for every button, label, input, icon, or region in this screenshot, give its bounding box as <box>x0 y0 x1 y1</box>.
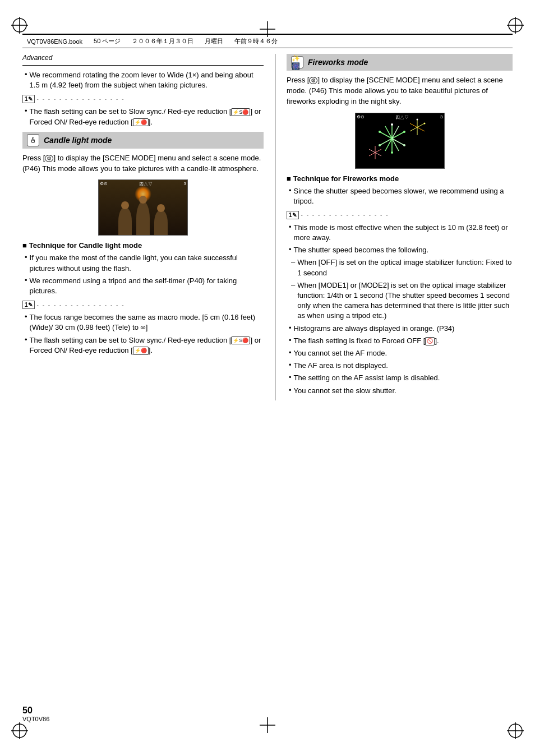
figure-3 <box>154 210 168 235</box>
top-divider <box>22 65 264 66</box>
top-center-mark <box>260 21 275 39</box>
note-row-1: 1✎ - - - - - - - - - - - - - - - - <box>22 95 264 103</box>
left-column: Advanced • We recommend rotating the zoo… <box>22 54 264 400</box>
fw-sub-1: – When [OFF] is set on the optical image… <box>287 257 513 278</box>
fw-overlay-left: ⚙⊙ <box>357 114 365 121</box>
page-code: VQT0V86 <box>22 716 49 722</box>
note-bullet-1: • The flash setting can be set to Slow s… <box>22 107 264 127</box>
flash-sym-3: ⚡S🔴 <box>231 336 250 345</box>
fireworks-camera-image: ⚙⊙ 四△▽ 3 <box>355 113 445 169</box>
fw-note-5: • You cannot set the AF mode. <box>287 348 513 358</box>
svg-point-22 <box>391 123 393 126</box>
candle-tech-2: • We recommend using a tripod and the se… <box>22 276 264 296</box>
header-day-jp: 月曜日 <box>205 37 223 45</box>
svg-point-23 <box>403 131 405 133</box>
candle-section-title: 🕯 Candle light mode <box>22 132 264 149</box>
fw-note-2: • The shutter speed becomes the followin… <box>287 245 513 255</box>
fireworks-section-title: ✨🎆 Fireworks mode <box>287 54 513 71</box>
svg-line-40 <box>369 153 375 156</box>
note-row-3: 1✎ - - - - - - - - - - - - - - - - <box>287 211 513 219</box>
fw-overlay-right: 3 <box>440 114 442 121</box>
candle-tech-1: • If you make the most of the candle lig… <box>22 253 264 273</box>
note-dashes-3: - - - - - - - - - - - - - - - - <box>301 212 389 218</box>
figure-2 <box>136 201 150 235</box>
svg-line-37 <box>375 149 381 153</box>
note-dashes-1: - - - - - - - - - - - - - - - - <box>37 96 125 102</box>
note-dashes-2: - - - - - - - - - - - - - - - - <box>37 302 125 308</box>
svg-point-25 <box>391 151 393 154</box>
candle-technique-label: Technique for Candle light mode <box>29 241 142 250</box>
fw-note-1: • This mode is most effective when the s… <box>287 223 513 243</box>
corner-mark-tl <box>11 17 28 34</box>
note-row-2: 1✎ - - - - - - - - - - - - - - - - <box>22 301 264 309</box>
flash-sym-1: ⚡S🔴 <box>231 108 250 117</box>
svg-point-35 <box>423 122 425 124</box>
svg-line-32 <box>410 127 417 131</box>
header-book: VQT0V86ENG.book <box>27 38 82 45</box>
candle-icon: 🕯 <box>27 134 39 146</box>
svg-line-38 <box>375 153 381 156</box>
note-box-2: 1✎ - - - - - - - - - - - - - - - - • The… <box>22 301 264 356</box>
content-area: Advanced • We recommend rotating the zoo… <box>22 54 513 400</box>
note-icon-2: 1✎ <box>22 301 35 309</box>
figure-1 <box>118 207 132 235</box>
candle-inner: ⚙⊙ 四△▽ 3 <box>99 180 187 235</box>
fw-note-6: • The AF area is not displayed. <box>287 361 513 371</box>
candle-intro: Press [⚙] to display the [SCENE MODE] me… <box>22 153 264 174</box>
fireworks-intro: Press [⚙] to display the [SCENE MODE] me… <box>287 75 513 107</box>
scene-btn-icon-2: ⚙ <box>309 77 317 84</box>
fireworks-svg <box>367 116 434 164</box>
scene-btn-icon: ⚙ <box>45 155 53 162</box>
svg-point-34 <box>416 118 418 120</box>
fireworks-title: Fireworks mode <box>308 58 368 67</box>
intro-bullet-text: We recommend rotating the zoom lever to … <box>30 70 264 90</box>
fw-note-8: • You cannot set the slow shutter. <box>287 386 513 396</box>
fireworks-technique-label: Technique for Fireworks mode <box>293 174 399 183</box>
candle-technique-heading: Technique for Candle light mode <box>22 241 264 250</box>
note-icon-1: 1✎ <box>22 95 35 103</box>
flash-sym-5: 🚫 <box>425 337 435 345</box>
header-page-jp: 50 ページ <box>94 37 121 45</box>
fw-note-4: • The flash setting is fixed to Forced O… <box>287 336 513 346</box>
svg-line-33 <box>410 123 417 127</box>
fireworks-technique-heading: Technique for Fireworks mode <box>287 174 513 183</box>
candle-title: Candle light mode <box>44 136 112 145</box>
fireworks-inner: ⚙⊙ 四△▽ 3 <box>356 113 444 168</box>
candle-figures <box>104 196 182 235</box>
corner-mark-tr <box>507 17 524 34</box>
fw-sub-2: – When [MODE1] or [MODE2] is set on the … <box>287 280 513 321</box>
intro-bullet-1: • We recommend rotating the zoom lever t… <box>22 70 264 90</box>
svg-line-29 <box>417 123 425 127</box>
note-box-1: 1✎ - - - - - - - - - - - - - - - - • The… <box>22 95 264 127</box>
corner-mark-br <box>507 722 524 739</box>
note-icon-3: 1✎ <box>287 211 299 219</box>
flash-sym-4: ⚡🔴 <box>133 347 149 355</box>
svg-line-41 <box>369 149 375 153</box>
col-divider <box>275 54 275 400</box>
svg-point-26 <box>379 144 381 146</box>
bottom-center-mark <box>260 717 275 735</box>
note-box-3: 1✎ - - - - - - - - - - - - - - - - • Thi… <box>287 211 513 396</box>
header-date-jp: ２００６年１月３０日 <box>132 37 193 45</box>
fw-note-3: • Histograms are always displayed in ora… <box>287 324 513 334</box>
right-column: ✨🎆 Fireworks mode Press [⚙] to display t… <box>287 54 513 400</box>
corner-mark-bl <box>11 722 28 739</box>
page-number: 50 <box>22 706 49 716</box>
fw-note-7: • The setting on the AF assist lamp is d… <box>287 373 513 383</box>
note-bullet-2b: • The flash setting can be set to Slow s… <box>22 335 264 356</box>
fireworks-tech-1: • Since the shutter speed becomes slower… <box>287 186 513 206</box>
bullet-symbol: • <box>25 70 27 90</box>
fireworks-icon: ✨🎆 <box>291 56 303 68</box>
candle-camera-image: ⚙⊙ 四△▽ 3 <box>98 179 188 236</box>
svg-point-24 <box>403 144 405 146</box>
flash-sym-2: ⚡🔴 <box>133 118 149 127</box>
svg-line-30 <box>417 127 425 131</box>
cam-overlay-left: ⚙⊙ <box>100 181 108 187</box>
advanced-label: Advanced <box>22 54 264 62</box>
cam-overlay-right: 3 <box>184 181 186 187</box>
note-bullet-2a: • The focus range becomes the same as ma… <box>22 312 264 333</box>
svg-point-27 <box>379 131 381 133</box>
page-footer: 50 VQT0V86 <box>22 706 49 722</box>
